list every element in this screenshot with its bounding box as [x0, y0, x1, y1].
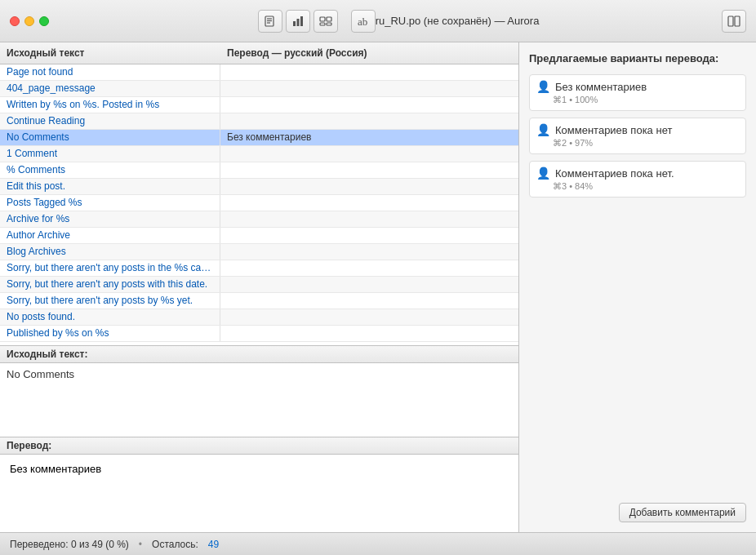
table-row[interactable]: Archive for %s [0, 211, 518, 228]
row-source-text: Sorry, but there aren't any posts with t… [0, 277, 220, 292]
row-source-text: % Comments [0, 162, 220, 178]
suggestions-title: Предлагаемые варианты перевода: [529, 52, 746, 64]
row-translation-text [220, 244, 518, 260]
row-source-text: Published by %s on %s [0, 326, 220, 341]
svg-rect-10 [327, 23, 331, 25]
table-row[interactable]: Sorry, but there aren't any posts with t… [0, 277, 518, 293]
row-translation-text [220, 211, 518, 227]
svg-rect-6 [300, 16, 303, 26]
suggestion-item-3[interactable]: 👤Комментариев пока нет.⌘3 • 84% [529, 161, 746, 198]
titlebar: ab ru_RU.po (не сохранён) — Aurora [0, 0, 756, 42]
row-translation-text [220, 179, 518, 194]
person-icon: 👤 [536, 80, 550, 93]
table-row[interactable]: Author Archive [0, 228, 518, 244]
table-row[interactable]: Posts Tagged %s [0, 195, 518, 211]
main-container: Исходный текст Перевод — русский (Россия… [0, 42, 756, 532]
row-translation-text: Без комментариев [220, 130, 518, 145]
suggestion-text: Комментариев пока нет [555, 124, 672, 136]
stats-icon [291, 15, 305, 28]
svg-rect-12 [728, 16, 733, 26]
table-row[interactable]: Continue Reading [0, 113, 518, 130]
row-source-text: Author Archive [0, 228, 220, 243]
maximize-button[interactable] [39, 16, 49, 26]
table-row[interactable]: Sorry, but there aren't any posts in the… [0, 260, 518, 277]
split-button[interactable] [722, 10, 746, 33]
table-row[interactable]: Edit this post. [0, 179, 518, 195]
font-button[interactable]: ab [351, 10, 376, 33]
translation-textarea[interactable] [7, 460, 512, 525]
statusbar: Переведено: 0 из 49 (0 %) • Осталось: 49 [0, 532, 756, 555]
suggestion-text: Комментариев пока нет. [555, 167, 674, 180]
row-source-text: Continue Reading [0, 113, 220, 129]
add-comment-button[interactable]: Добавить комментарий [619, 503, 746, 522]
translated-status: Переведено: 0 из 49 (0 %) [10, 539, 129, 550]
table-row[interactable]: No CommentsБез комментариев [0, 130, 518, 146]
svg-text:ab: ab [358, 16, 367, 28]
person-icon: 👤 [536, 123, 550, 136]
row-translation-text [220, 309, 518, 325]
row-source-text: Edit this post. [0, 179, 220, 194]
remaining-value: 49 [208, 539, 219, 550]
svg-rect-13 [735, 16, 740, 26]
row-translation-text [220, 326, 518, 341]
close-button[interactable] [10, 16, 20, 26]
translation-column-header: Перевод — русский (Россия) [220, 46, 518, 60]
suggestion-item-2[interactable]: 👤Комментариев пока нет⌘2 • 97% [529, 118, 746, 154]
minimize-button[interactable] [24, 16, 34, 26]
table-row[interactable]: No posts found. [0, 309, 518, 326]
row-translation-text [220, 277, 518, 292]
status-separator: • [139, 539, 142, 550]
left-panel: Исходный текст Перевод — русский (Россия… [0, 42, 519, 532]
svg-rect-5 [296, 19, 299, 26]
row-translation-text [220, 113, 518, 129]
table-row[interactable]: % Comments [0, 162, 518, 179]
row-translation-text [220, 146, 518, 162]
table-row[interactable]: Blog Archives [0, 244, 518, 260]
suggestion-item-1[interactable]: 👤Без комментариев⌘1 • 100% [529, 74, 746, 111]
right-panel: Предлагаемые варианты перевода: 👤Без ком… [519, 42, 756, 532]
window-title: ru_RU.po (не сохранён) — Aurora [376, 15, 540, 27]
row-source-text: No Comments [0, 130, 220, 145]
svg-rect-7 [320, 17, 325, 21]
edit-icon [264, 15, 277, 28]
row-source-text: No posts found. [0, 309, 220, 325]
row-translation-text [220, 195, 518, 211]
suggestions-list: 👤Без комментариев⌘1 • 100%👤Комментариев … [529, 74, 746, 204]
row-translation-text [220, 162, 518, 178]
translation-table: Page not found404_page_messageWritten by… [0, 64, 518, 345]
edit-button[interactable] [258, 10, 282, 33]
row-source-text: Written by %s on %s. Posted in %s [0, 97, 220, 113]
row-translation-text [220, 97, 518, 113]
table-row[interactable]: 1 Comment [0, 146, 518, 162]
row-translation-text [220, 228, 518, 243]
source-label: Исходный текст: [0, 346, 518, 363]
row-source-text: 1 Comment [0, 146, 220, 162]
row-source-text: Blog Archives [0, 244, 220, 260]
table-row[interactable]: Page not found [0, 64, 518, 81]
suggestion-meta: ⌘1 • 100% [536, 95, 739, 105]
row-source-text: Posts Tagged %s [0, 195, 220, 211]
table-header: Исходный текст Перевод — русский (Россия… [0, 42, 518, 64]
catalog-icon [319, 15, 332, 28]
table-row[interactable]: Published by %s on %s [0, 326, 518, 342]
toolbar: ab [258, 10, 376, 33]
table-row[interactable]: Written by %s on %s. Posted in %s [0, 97, 518, 113]
source-column-header: Исходный текст [0, 46, 220, 60]
suggestion-meta: ⌘3 • 84% [536, 181, 739, 192]
translation-edit-area: Перевод: [0, 437, 518, 532]
table-row[interactable]: 404_page_message [0, 81, 518, 97]
translation-input-wrapper[interactable] [0, 455, 518, 532]
catalog-button[interactable] [314, 10, 338, 33]
stats-button[interactable] [286, 10, 310, 33]
row-source-text: 404_page_message [0, 81, 220, 96]
suggestion-text: Без комментариев [555, 81, 647, 93]
row-translation-text [220, 260, 518, 276]
svg-rect-9 [320, 23, 325, 25]
row-translation-text [220, 293, 518, 309]
source-text: No Comments [0, 363, 518, 437]
suggestion-meta: ⌘2 • 97% [536, 138, 739, 149]
svg-rect-4 [293, 21, 296, 26]
row-source-text: Sorry, but there aren't any posts by %s … [0, 293, 220, 309]
svg-rect-8 [327, 17, 331, 21]
table-row[interactable]: Sorry, but there aren't any posts by %s … [0, 293, 518, 309]
